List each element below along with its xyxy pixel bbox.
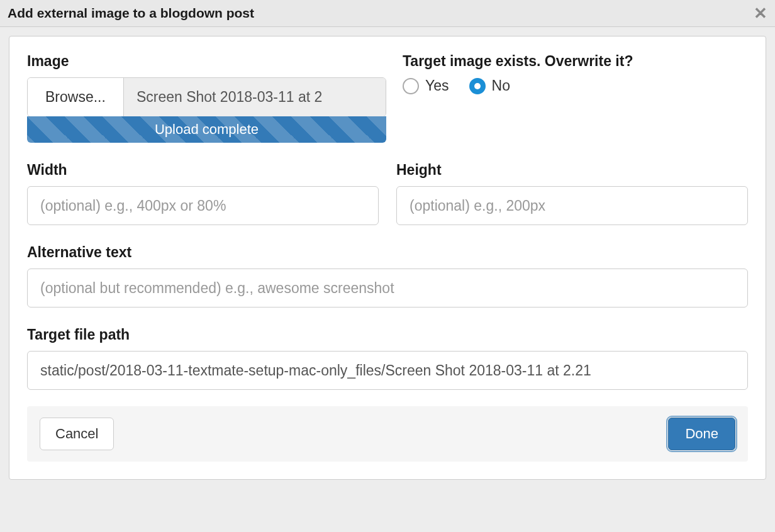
form-panel: Image Browse... Screen Shot 2018-03-11 a… xyxy=(9,36,766,480)
overwrite-label: Target image exists. Overwrite it? xyxy=(403,53,748,70)
file-input[interactable]: Browse... Screen Shot 2018-03-11 at 2 xyxy=(27,77,386,117)
target-path-label: Target file path xyxy=(27,326,748,343)
target-path-input[interactable] xyxy=(27,351,748,390)
close-icon[interactable]: ✕ xyxy=(754,5,767,21)
upload-progress-text: Upload complete xyxy=(155,121,259,138)
height-input[interactable] xyxy=(396,186,748,225)
upload-progress: Upload complete xyxy=(27,116,386,143)
radio-no-label: No xyxy=(492,77,510,94)
done-button[interactable]: Done xyxy=(668,418,735,450)
radio-no-dot xyxy=(474,83,481,89)
overwrite-radio-group: Yes No xyxy=(403,77,748,94)
width-label: Width xyxy=(27,162,379,179)
width-input[interactable] xyxy=(27,186,379,225)
browse-button[interactable]: Browse... xyxy=(28,78,124,116)
radio-yes-circle xyxy=(403,78,419,94)
cancel-button[interactable]: Cancel xyxy=(40,418,114,450)
radio-yes-label: Yes xyxy=(425,77,449,94)
dialog-footer: Cancel Done xyxy=(27,406,748,462)
alt-label: Alternative text xyxy=(27,244,748,261)
selected-filename: Screen Shot 2018-03-11 at 2 xyxy=(124,78,386,116)
image-label: Image xyxy=(27,53,386,70)
alt-input[interactable] xyxy=(27,269,748,308)
height-label: Height xyxy=(396,162,748,179)
dialog-header: Add external image to a blogdown post ✕ xyxy=(0,0,775,27)
radio-yes[interactable]: Yes xyxy=(403,77,449,94)
dialog-title: Add external image to a blogdown post xyxy=(8,6,254,21)
radio-no-circle xyxy=(469,78,486,94)
dialog-body: Image Browse... Screen Shot 2018-03-11 a… xyxy=(0,27,775,486)
radio-no[interactable]: No xyxy=(469,77,510,94)
